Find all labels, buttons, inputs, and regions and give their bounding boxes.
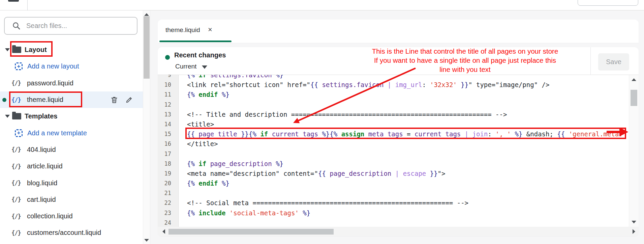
tab-theme-liquid[interactable]: theme.liquid × [159, 20, 232, 40]
sidebar-action-add-a-new-template[interactable]: +Add a new template [0, 125, 143, 141]
liquid-file-icon: {/} [11, 213, 24, 220]
code-line-19[interactable]: 19<meta name="description" content="{{ p… [158, 169, 629, 179]
code-text: <meta name="description" content="{{ pag… [171, 169, 445, 179]
search-input[interactable] [26, 22, 124, 30]
code-line-14[interactable]: 14<title> [158, 119, 629, 129]
item-label: cart.liquid [27, 196, 56, 204]
code-text: {% endif %} [171, 179, 229, 188]
sidebar-item-article-liquid[interactable]: {/}article.liquid [0, 158, 143, 174]
scroll-left-icon[interactable] [162, 229, 165, 234]
code-line-9[interactable]: 9{% if settings.favicon %} [158, 75, 629, 80]
code-line-18[interactable]: 18{% if page_description %} [158, 159, 629, 169]
code-editor[interactable]: 9{% if settings.favicon %}10<link rel="s… [158, 75, 629, 227]
editor-tabbar: theme.liquid × [158, 20, 639, 43]
code-line-10[interactable]: 10<link rel="shortcut icon" href="{{ set… [158, 80, 629, 90]
code-line-17[interactable]: 17 [158, 149, 629, 159]
code-line-11[interactable]: 11{% endif %} [158, 90, 629, 100]
recent-changes-title: Recent changes [174, 51, 226, 59]
line-number: 14 [158, 119, 171, 129]
liquid-file-icon: {/} [11, 97, 24, 103]
scroll-down-icon[interactable] [144, 239, 149, 242]
item-label: password.liquid [27, 79, 73, 87]
version-label: Current [175, 63, 196, 70]
search-files-box[interactable] [4, 17, 137, 35]
toolbar-button[interactable] [578, 0, 638, 6]
item-label: Add a new layout [27, 62, 79, 70]
code-text: {% endif %} [171, 90, 229, 100]
line-number: 24 [158, 218, 171, 227]
code-line-15[interactable]: 15{{ page_title }}{% if current_tags %}{… [158, 129, 629, 139]
code-vertical-scrollbar[interactable] [629, 75, 639, 227]
sidebar-item-404-liquid[interactable]: {/}404.liquid [0, 141, 143, 158]
sidebar-item-theme-liquid[interactable]: {/}theme.liquid [0, 91, 143, 108]
code-hscrollbar-thumb[interactable] [168, 229, 334, 235]
code-line-21[interactable]: 21 [158, 188, 629, 198]
code-line-13[interactable]: 13<!-- Title and description ===========… [158, 110, 629, 119]
toolbar-divider [27, 0, 28, 10]
sidebar-action-add-a-new-layout[interactable]: +Add a new layout [0, 58, 143, 75]
unsaved-changes-dot [165, 55, 170, 60]
sidebar-folder-layout[interactable]: Layout [0, 42, 143, 58]
caret-down-icon[interactable] [5, 48, 10, 51]
trash-icon[interactable] [111, 96, 118, 104]
code-line-20[interactable]: 20{% endif %} [158, 179, 629, 188]
line-number: 10 [158, 80, 171, 90]
scroll-up-icon[interactable] [632, 78, 636, 81]
file-sidebar: Layout+Add a new layout{/}password.liqui… [0, 10, 143, 244]
sidebar-item-customers-account-liquid[interactable]: {/}customers/account.liquid [0, 224, 143, 241]
liquid-file-icon: {/} [11, 180, 24, 186]
line-number: 17 [158, 149, 171, 159]
line-number: 20 [158, 179, 171, 188]
item-label: Layout [25, 46, 47, 54]
code-line-22[interactable]: 22<!-- Social meta =====================… [158, 198, 629, 208]
close-tab-icon[interactable]: × [208, 25, 212, 34]
code-line-12[interactable]: 12 [158, 100, 629, 110]
line-number: 9 [158, 75, 171, 80]
sidebar-scrollbar-thumb[interactable] [144, 16, 150, 79]
sidebar-item-collection-liquid[interactable]: {/}collection.liquid [0, 208, 143, 224]
modified-dot [2, 98, 6, 102]
code-horizontal-scrollbar[interactable] [158, 227, 639, 236]
sidebar-folder-templates[interactable]: Templates [0, 108, 143, 125]
code-line-23[interactable]: 23{% include 'social-meta-tags' %} [158, 208, 629, 218]
file-tree: Layout+Add a new layout{/}password.liqui… [0, 42, 143, 243]
tab-label: theme.liquid [165, 26, 200, 34]
editor-panel: Recent changes Current Save 9{% if setti… [158, 47, 639, 236]
code-text [171, 100, 187, 110]
top-toolbar [0, 0, 644, 10]
scroll-up-icon[interactable] [144, 13, 149, 16]
folder-icon [12, 113, 21, 119]
edit-icon[interactable] [125, 96, 133, 104]
save-button[interactable]: Save [598, 53, 629, 71]
hamburger-menu-icon[interactable] [8, 0, 19, 2]
line-number: 18 [158, 159, 171, 169]
item-label: 404.liquid [27, 146, 56, 154]
code-line-24[interactable]: 24 [158, 218, 629, 227]
scroll-down-icon[interactable] [632, 221, 636, 223]
code-text [171, 149, 187, 159]
line-number: 11 [158, 90, 171, 100]
add-file-icon: + [15, 129, 23, 137]
active-tab-indicator [159, 40, 232, 42]
scroll-right-icon[interactable] [633, 229, 635, 234]
liquid-file-icon: {/} [11, 229, 24, 236]
caret-down-icon[interactable] [5, 115, 10, 118]
code-text: {% if settings.favicon %} [171, 75, 283, 80]
code-line-16[interactable]: 16</title> [158, 139, 629, 149]
code-text: <title> [171, 119, 214, 129]
liquid-file-icon: {/} [11, 163, 24, 170]
liquid-file-icon: {/} [11, 196, 24, 203]
item-label: customers/account.liquid [27, 229, 101, 237]
liquid-file-icon: {/} [11, 80, 24, 86]
item-label: collection.liquid [27, 212, 73, 220]
sidebar-item-password-liquid[interactable]: {/}password.liquid [0, 75, 143, 91]
item-label: article.liquid [27, 162, 63, 170]
code-text: {% include 'social-meta-tags' %} [171, 208, 310, 218]
version-dropdown[interactable]: Current [175, 63, 207, 70]
sidebar-item-blog-liquid[interactable]: {/}blog.liquid [0, 174, 143, 191]
item-label: Templates [25, 112, 57, 120]
code-vscrollbar-thumb[interactable] [631, 90, 637, 106]
sidebar-scrollbar[interactable] [143, 10, 150, 244]
sidebar-item-cart-liquid[interactable]: {/}cart.liquid [0, 191, 143, 208]
code-text: <!-- Title and description =============… [171, 110, 507, 119]
